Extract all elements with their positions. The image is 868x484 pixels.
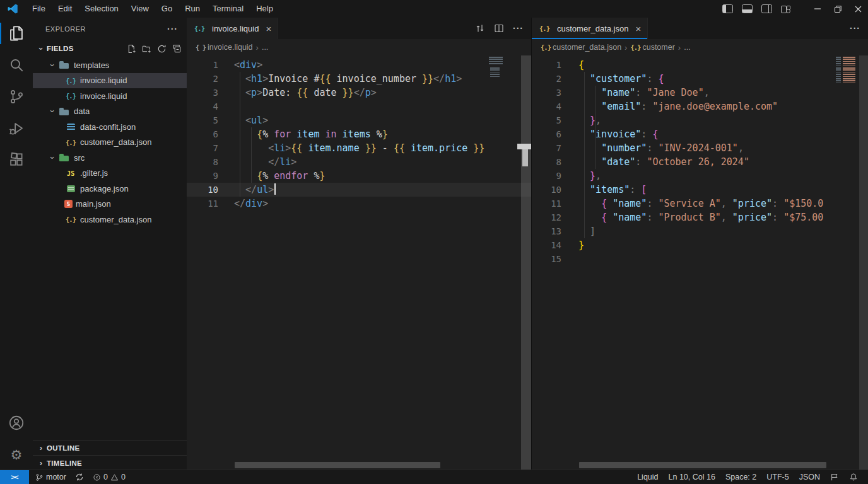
sidebar-section-label: TIMELINE [47,459,82,467]
tree-item[interactable]: ›src [33,150,187,166]
customize-layout-icon[interactable] [781,5,791,13]
tree-item[interactable]: 5main.json [33,197,187,212]
breadcrumb-item[interactable]: { }invoice.liquid [196,42,253,53]
cursor-position[interactable]: Ln 10, Col 16 [665,470,719,484]
sidebar-section-timeline[interactable]: ›TIMELINE [33,455,187,470]
line-number: 1 [187,58,218,72]
new-file-icon[interactable] [127,44,136,54]
tree-item[interactable]: JS.gilter.js [33,166,187,182]
vertical-scrollbar[interactable] [859,55,868,470]
search-icon[interactable] [0,49,33,81]
tree-item[interactable]: {.}customer_data.json [33,135,187,151]
new-folder-icon[interactable] [142,44,151,54]
braces-yellow-icon: {.} [64,137,77,148]
breadcrumb-item[interactable]: ... [684,43,690,52]
line-number: 11 [187,197,218,210]
workspace-section-header[interactable]: › FIELDS [33,40,187,57]
notifications-bell-icon[interactable] [845,470,862,484]
menu-help[interactable]: Help [250,0,279,18]
pkg-icon [64,183,77,194]
remote-indicator[interactable]: >< [0,470,29,484]
tree-item[interactable]: ›templates [33,57,187,73]
run-debug-icon[interactable] [0,112,33,144]
menu-edit[interactable]: Edit [52,0,78,18]
split-editor-icon[interactable] [494,23,504,33]
chevron-down-icon: › [48,106,57,117]
tree-item[interactable]: ›data [33,104,187,120]
minimap[interactable] [489,57,505,132]
tab-invoice-liquid[interactable]: {.}invoice.liquid× [187,18,278,39]
close-tab-icon[interactable]: × [635,24,641,33]
code-line: 4 [187,100,531,113]
line-content: { "name": "Product B", "price": "$75.00 [578,210,823,224]
toggle-panel-icon[interactable] [742,4,753,13]
braces-teal-icon: {.} [193,23,206,34]
line-content: {% endfor %} [234,169,326,183]
account-icon[interactable] [0,407,33,439]
close-window-button[interactable] [848,0,868,18]
minimize-button[interactable] [807,0,828,18]
collapse-all-icon[interactable] [172,44,182,54]
sidebar-section-outline[interactable]: ›OUTLINE [33,440,187,455]
menu-go[interactable]: Go [155,0,179,18]
feedback-icon[interactable] [826,470,843,484]
format-selector[interactable]: JSON [795,470,824,484]
text-cursor [274,183,276,195]
menu-run[interactable]: Run [179,0,206,18]
tree-item[interactable]: data-confit.json [33,119,187,135]
tree-item[interactable]: package.json [33,181,187,197]
menu-file[interactable]: File [26,0,52,18]
breadcrumb-item[interactable]: ... [262,43,268,52]
breadcrumb-item[interactable]: {.}customer [630,42,674,53]
more-actions-icon[interactable]: ··· [850,23,860,33]
encoding[interactable]: UTF-5 [763,470,792,484]
chevron-down-icon: › [48,59,57,71]
language-mode[interactable]: Liquid [633,470,662,484]
problems-indicator[interactable]: 0 0 [89,470,129,484]
sync-icon[interactable] [71,470,88,484]
code-line: 5 }, [532,113,868,127]
branch-indicator[interactable]: motor [32,470,70,484]
tab-customer-data-json[interactable]: {.}customer_data.json× [532,18,648,39]
line-content: { [578,58,584,72]
restore-button[interactable] [828,0,848,18]
line-number: 10 [187,183,218,197]
code-line: 11</div> [187,197,531,210]
more-actions-icon[interactable]: ··· [513,23,524,33]
swap-changes-icon[interactable] [475,23,485,33]
explorer-more-actions-icon[interactable]: ··· [167,24,178,34]
code-line: 6 {% for item in items %} [187,127,531,141]
minimap[interactable] [836,57,856,132]
code-editor-invoice-liquid[interactable]: 1<div>2 <h1>Invoice #{{ invoice_number }… [187,55,531,470]
close-tab-icon[interactable]: × [266,24,271,33]
extensions-icon[interactable] [0,144,33,175]
code-editor-customer-data-json[interactable]: 1{2 "customer": {3 "name": "Jane Doe",4 … [532,55,868,470]
db-icon [64,121,77,132]
tree-item-label: src [74,153,85,163]
code-line: 1<div> [187,58,531,72]
horizontal-scrollbar[interactable] [579,462,826,468]
tab-bar-left: {.}invoice.liquid× ··· [187,18,531,39]
status-bar: >< motor 0 0 [0,470,868,484]
refresh-icon[interactable] [157,44,167,54]
explorer-icon[interactable] [0,18,33,49]
settings-gear-icon[interactable]: ⚙ [0,439,33,470]
braces-dim-icon: { } [196,42,206,53]
breadcrumb-item[interactable]: {.}customer_data.json [541,42,621,53]
menu-terminal[interactable]: Terminal [206,0,250,18]
tab-label: customer_data.json [557,24,628,33]
indentation[interactable]: Space: 2 [722,470,760,484]
menu-selection[interactable]: Selection [78,0,124,18]
vertical-scrollbar[interactable] [521,55,531,470]
horizontal-scrollbar[interactable] [235,462,440,468]
scrollbar-thumb[interactable] [517,144,531,149]
menu-view[interactable]: View [125,0,155,18]
tree-item[interactable]: {.}invoice.liquid [33,88,187,104]
source-control-icon[interactable] [0,81,33,112]
tree-item[interactable]: {.}invoice.liquid [33,73,187,89]
toggle-secondary-sidebar-icon[interactable] [761,4,772,13]
toggle-primary-sidebar-icon[interactable] [722,4,733,13]
code-line: 3 "name": "Jane Doe", [532,86,868,100]
code-line: 10 </ul> [187,183,531,197]
tree-item[interactable]: {.}customer_data.json [33,212,187,228]
